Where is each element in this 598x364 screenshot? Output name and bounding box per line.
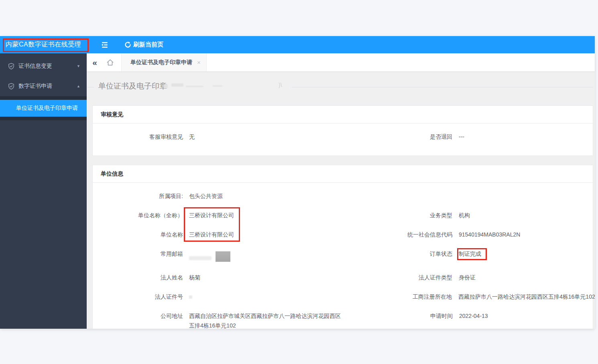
page-title: 单位证书及电子印章 bbox=[98, 81, 167, 91]
field-value: --- bbox=[459, 133, 464, 141]
redacted-text-smudge: )\ bbox=[279, 82, 282, 88]
sidebar: 证书信息变更 ▼ 数字证书申请 ▲ 单位证书及电子印章申请 bbox=[0, 53, 87, 329]
field-label: 法人姓名 bbox=[93, 273, 183, 281]
redacted-text-smudge bbox=[164, 84, 168, 88]
field-label: 公司地址 bbox=[93, 312, 183, 320]
field-label: 业务类型 bbox=[343, 211, 452, 219]
status-value: 制证完成 bbox=[459, 250, 481, 258]
sidebar-subitem-unit-cert-seal-apply[interactable]: 单位证书及电子印章申请 bbox=[0, 100, 87, 117]
field-is-returned: 是否退回 --- bbox=[343, 133, 593, 141]
sidebar-item-digital-cert-apply[interactable]: 数字证书申请 ▲ bbox=[0, 76, 87, 96]
page-title-row: 单位证书及电子印章 )\ bbox=[87, 71, 595, 105]
chevron-up-icon: ▲ bbox=[77, 84, 80, 88]
main-content: 单位证书及电子印章 )\ 审核意见 客服审核意见 无 是否退回 --- bbox=[87, 71, 595, 329]
sidebar-item-label: 证书信息变更 bbox=[18, 63, 77, 70]
field-value: 西藏自治区拉萨市城关区西藏拉萨市八一路哈达滨河花园西区五排4栋16单元102 bbox=[189, 311, 343, 329]
tabs-scroll-left-button[interactable]: « bbox=[87, 53, 103, 71]
field-legal-person-name: 法人姓名 杨菊 bbox=[93, 273, 343, 281]
app-logo-title: 内蒙CA数字证书在线受理 bbox=[0, 36, 87, 53]
redacted-text-smudge bbox=[171, 83, 183, 87]
divider-line bbox=[292, 87, 593, 87]
section-unit-info: 单位信息 所属项目: 包头公共资源 单位名称（全称） 三桥设计有限公司 业务类型 bbox=[92, 165, 593, 329]
field-business-type: 业务类型 机构 bbox=[343, 211, 593, 219]
app-logo-text: 内蒙CA数字证书在线受理 bbox=[6, 40, 81, 49]
refresh-page-button[interactable]: 刷新当前页 bbox=[124, 41, 163, 49]
section-review-opinion: 审核意见 客服审核意见 无 是否退回 --- bbox=[92, 105, 593, 156]
field-legal-id-type: 法人证件类型 身份证 bbox=[343, 273, 593, 281]
redacted-email-block bbox=[216, 251, 230, 262]
field-apply-time: 申请时间 2022-04-13 bbox=[343, 312, 593, 320]
section-title: 单位信息 bbox=[93, 165, 593, 183]
field-unit-name-full: 单位名称（全称） 三桥设计有限公司 bbox=[93, 211, 343, 219]
sidebar-subitem-label: 单位证书及电子印章申请 bbox=[16, 105, 78, 112]
divider-line bbox=[87, 87, 94, 87]
field-project: 所属项目: 包头公共资源 bbox=[93, 192, 343, 200]
menu-fold-icon[interactable] bbox=[98, 36, 112, 53]
field-label: 申请时间 bbox=[343, 312, 453, 320]
close-icon[interactable]: × bbox=[197, 59, 201, 66]
refresh-label: 刷新当前页 bbox=[133, 41, 163, 49]
redacted-text-smudge bbox=[186, 86, 203, 87]
field-label: 单位名称 bbox=[93, 231, 183, 239]
field-value: 西藏拉萨市八一路哈达滨河花园西区五排4栋16单元102 bbox=[458, 293, 595, 301]
field-label: 统一社会信息代码 bbox=[343, 231, 452, 239]
refresh-icon bbox=[124, 41, 131, 48]
field-value: 身份证 bbox=[459, 273, 476, 281]
tab-bar: « 单位证书及电子印章申请 × bbox=[87, 53, 595, 71]
field-value: 包头公共资源 bbox=[189, 192, 223, 200]
field-value: 杨菊 bbox=[189, 273, 200, 281]
shield-check-icon bbox=[8, 83, 14, 90]
redacted-text-smudge bbox=[189, 295, 192, 299]
field-label: 法人证件号 bbox=[93, 293, 183, 301]
top-header-bar: 内蒙CA数字证书在线受理 刷新当前页 bbox=[0, 36, 595, 53]
field-value-redacted bbox=[189, 293, 192, 301]
redacted-text-smudge bbox=[189, 256, 212, 260]
field-label: 单位名称（全称） bbox=[93, 211, 183, 219]
field-service-review-opinion: 客服审核意见 无 bbox=[93, 133, 343, 141]
tab-unit-cert-seal-apply[interactable]: 单位证书及电子印章申请 × bbox=[121, 53, 207, 71]
sidebar-submenu: 单位证书及电子印章申请 bbox=[0, 96, 87, 120]
app-window: 内蒙CA数字证书在线受理 刷新当前页 bbox=[0, 36, 595, 329]
field-unit-name: 单位名称 三桥设计有限公司 bbox=[93, 231, 343, 239]
shield-check-icon bbox=[8, 63, 14, 70]
chevron-down-icon: ▼ bbox=[77, 64, 80, 68]
field-label: 常用邮箱 bbox=[93, 250, 183, 258]
field-value: 机构 bbox=[459, 211, 470, 219]
field-label: 是否退回 bbox=[343, 133, 452, 141]
field-label: 工商注册所在地 bbox=[342, 293, 452, 301]
field-label: 所属项目: bbox=[93, 192, 183, 200]
field-value: 91540194MAB03RAL2N bbox=[459, 231, 520, 239]
field-value: 三桥设计有限公司 bbox=[189, 211, 234, 219]
field-value-redacted bbox=[189, 250, 230, 262]
sidebar-item-cert-info-change[interactable]: 证书信息变更 ▼ bbox=[0, 56, 87, 76]
field-legal-id-number: 法人证件号 bbox=[93, 293, 342, 301]
field-value: 2022-04-13 bbox=[459, 312, 488, 320]
redacted-text-smudge bbox=[213, 85, 222, 87]
field-company-address: 公司地址 西藏自治区拉萨市城关区西藏拉萨市八一路哈达滨河花园西区五排4栋16单元… bbox=[93, 312, 343, 329]
field-email: 常用邮箱 bbox=[93, 250, 343, 262]
home-icon[interactable] bbox=[103, 53, 117, 71]
field-credit-code: 统一社会信息代码 91540194MAB03RAL2N bbox=[343, 231, 593, 239]
field-value: 三桥设计有限公司 bbox=[189, 231, 234, 239]
field-label: 法人证件类型 bbox=[343, 273, 452, 281]
field-label: 客服审核意见 bbox=[93, 133, 183, 141]
field-label: 订单状态 bbox=[343, 250, 452, 258]
field-order-status: 订单状态 制证完成 bbox=[343, 250, 593, 258]
field-value: 无 bbox=[189, 133, 195, 141]
sidebar-item-label: 数字证书申请 bbox=[18, 83, 77, 90]
field-registration-place: 工商注册所在地 西藏拉萨市八一路哈达滨河花园西区五排4栋16单元102 bbox=[342, 293, 593, 301]
section-title: 审核意见 bbox=[93, 106, 593, 123]
tab-label: 单位证书及电子印章申请 bbox=[130, 59, 192, 66]
